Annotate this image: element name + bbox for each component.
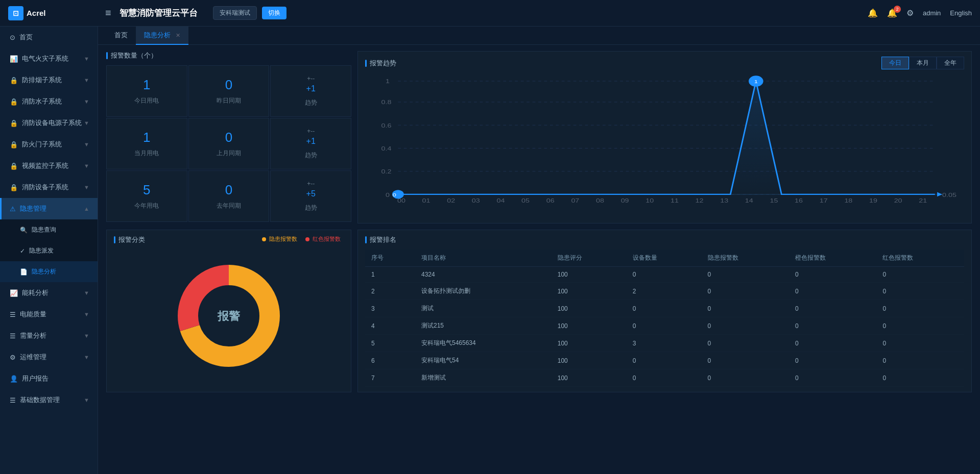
sidebar-label-hd-dispatch: 隐患派发 bbox=[29, 246, 89, 255]
col-devices: 设备数量 bbox=[627, 250, 702, 267]
sidebar-item-fire-door[interactable]: 🔒 防火门子系统 ▼ bbox=[0, 134, 98, 155]
chart-controls: 今日 本月 全年 bbox=[881, 57, 964, 69]
svg-text:0.05: 0.05 bbox=[942, 192, 957, 198]
cell-score: 100 bbox=[552, 335, 627, 352]
sidebar-item-water[interactable]: 🔒 消防水子系统 ▼ bbox=[0, 91, 98, 112]
cell-score: 100 bbox=[552, 300, 627, 317]
btn-month[interactable]: 本月 bbox=[909, 57, 937, 69]
alarm-category-panel: 报警分类 隐患报警数 红色报警数 bbox=[106, 230, 351, 392]
arrow-icon-5: ▼ bbox=[84, 141, 89, 147]
donut-center-text: 报警 bbox=[217, 310, 241, 322]
alarm-count-title: 报警数量（个） bbox=[106, 51, 351, 60]
speaker-icon[interactable]: 🔔 bbox=[868, 8, 878, 18]
stat-card-trend3: +-- +5 趋势 bbox=[270, 170, 351, 222]
ranking-title: 报警排名 bbox=[365, 235, 964, 244]
cell-red-alarms: 0 bbox=[876, 283, 964, 300]
col-name: 项目名称 bbox=[415, 250, 552, 267]
smoke-icon: 🔒 bbox=[10, 77, 18, 84]
alarm-count-panel: 报警数量（个） 1 今日用电 0 昨日同期 +-- bbox=[106, 51, 351, 223]
sidebar-item-power-quality[interactable]: ☰ 电能质量 ▼ bbox=[0, 304, 98, 325]
sidebar-label-base-data: 基础数据管理 bbox=[20, 395, 84, 405]
sidebar-item-hidden-danger[interactable]: ⚠ 隐患管理 ▲ bbox=[0, 198, 98, 219]
sidebar-item-ops[interactable]: ⚙ 运维管理 ▼ bbox=[0, 346, 98, 368]
ranking-table: 序号 项目名称 隐患评分 设备数量 隐患报警数 橙色报警数 红色报警数 1 bbox=[365, 250, 964, 387]
table-row: 7 新增测试 100 0 0 0 0 bbox=[365, 369, 964, 387]
last-year-value: 0 bbox=[225, 182, 232, 198]
sidebar-item-electrical-fire[interactable]: 📊 电气火灾子系统 ▼ bbox=[0, 48, 98, 69]
stat-card-year: 5 今年用电 bbox=[106, 170, 187, 222]
yesterday-value: 0 bbox=[225, 77, 232, 93]
sidebar-label-ops: 运维管理 bbox=[20, 353, 84, 362]
sidebar-item-fire-equip[interactable]: 🔒 消防设备子系统 ▼ bbox=[0, 177, 98, 198]
sidebar-item-hd-query[interactable]: 🔍 隐患查询 bbox=[0, 219, 98, 240]
sidebar-item-user-report[interactable]: 👤 用户报告 bbox=[0, 368, 98, 389]
year-label: 今年用电 bbox=[134, 202, 159, 210]
cell-seq: 1 bbox=[365, 267, 415, 283]
donut-wrapper: 报警 bbox=[114, 250, 344, 382]
cell-orange-alarms: 0 bbox=[789, 369, 876, 387]
cell-score: 100 bbox=[552, 352, 627, 369]
table-row: 2 设备拓扑测试勿删 100 2 0 0 0 bbox=[365, 283, 964, 300]
sidebar-item-cctv[interactable]: 🔒 视频监控子系统 ▼ bbox=[0, 155, 98, 177]
cell-score: 100 bbox=[552, 283, 627, 300]
sidebar-item-home[interactable]: ⊙ 首页 bbox=[0, 27, 98, 48]
sidebar-label-fire-door: 防火门子系统 bbox=[22, 140, 84, 149]
btn-today[interactable]: 今日 bbox=[881, 57, 909, 69]
arrow-icon-12: ▼ bbox=[84, 354, 89, 360]
project-name: 安科瑞测试 bbox=[213, 6, 257, 20]
arrow-icon-4: ▼ bbox=[84, 120, 89, 126]
sidebar-item-smoke[interactable]: 🔒 防排烟子系统 ▼ bbox=[0, 69, 98, 91]
alarm-ranking-panel: 报警排名 序号 项目名称 隐患评分 设备数量 隐患报警数 橙色报警数 红色报 bbox=[357, 230, 972, 392]
arrow-icon: ▼ bbox=[84, 56, 89, 62]
cell-name: 设备拓扑测试勿删 bbox=[415, 283, 552, 300]
stat-card-yesterday: 0 昨日同期 bbox=[188, 65, 270, 117]
btn-year[interactable]: 全年 bbox=[937, 57, 964, 69]
settings-icon[interactable]: ⚙ bbox=[906, 8, 914, 18]
fire-equip-icon: 🔒 bbox=[10, 184, 18, 191]
cell-devices: 3 bbox=[627, 335, 702, 352]
energy-icon: 📈 bbox=[10, 289, 18, 297]
svg-marker-14 bbox=[937, 192, 942, 197]
svg-text:10: 10 bbox=[646, 198, 654, 204]
user-report-icon: 👤 bbox=[10, 375, 18, 383]
sidebar-item-power[interactable]: 🔒 消防设备电源子系统 ▼ bbox=[0, 112, 98, 134]
svg-text:11: 11 bbox=[671, 198, 679, 204]
menu-icon[interactable]: ≡ bbox=[105, 7, 111, 19]
cell-hidden-alarms: 0 bbox=[702, 335, 789, 352]
stat-card-month: 1 当月用电 bbox=[106, 118, 187, 169]
notification-icon[interactable]: 🔔 2 bbox=[887, 8, 897, 18]
svg-text:1: 1 bbox=[754, 79, 758, 84]
svg-text:09: 09 bbox=[621, 198, 629, 204]
tab-close-icon[interactable]: ✕ bbox=[176, 32, 180, 38]
stat-card-last-year: 0 去年同期 bbox=[188, 170, 270, 222]
sidebar-item-demand-analysis[interactable]: ☰ 需量分析 ▼ bbox=[0, 325, 98, 346]
tabs-bar: 首页 隐患分析 ✕ bbox=[98, 27, 980, 45]
sidebar-item-hd-dispatch[interactable]: ✓ 隐患派发 bbox=[0, 240, 98, 261]
cell-name: 新增测试 bbox=[415, 369, 552, 387]
tab-analysis[interactable]: 隐患分析 ✕ bbox=[136, 27, 188, 45]
switch-button[interactable]: 切换 bbox=[262, 7, 286, 19]
main-content: 首页 隐患分析 ✕ 报警数量（个） 1 今 bbox=[98, 27, 980, 474]
cell-devices: 0 bbox=[627, 352, 702, 369]
sidebar-item-base-data[interactable]: ☰ 基础数据管理 ▼ bbox=[0, 389, 98, 411]
table-row: 6 安科瑞电气54 100 0 0 0 0 bbox=[365, 352, 964, 369]
cell-orange-alarms: 0 bbox=[789, 335, 876, 352]
svg-text:20: 20 bbox=[894, 198, 902, 204]
language-label[interactable]: English bbox=[950, 9, 972, 17]
logo-icon: ⊡ bbox=[8, 6, 23, 20]
sidebar-item-hd-analysis[interactable]: 📄 隐患分析 bbox=[0, 261, 98, 282]
tab-home[interactable]: 首页 bbox=[106, 27, 136, 45]
svg-text:04: 04 bbox=[496, 198, 505, 204]
layout: ⊙ 首页 📊 电气火灾子系统 ▼ 🔒 防排烟子系统 ▼ 🔒 消防水子系统 ▼ 🔒… bbox=[0, 27, 980, 474]
sidebar-item-energy-analysis[interactable]: 📈 能耗分析 ▼ bbox=[0, 282, 98, 304]
arrow-icon-7: ▼ bbox=[84, 184, 89, 190]
table-row: 5 安科瑞电气5465634 100 3 0 0 0 bbox=[365, 335, 964, 352]
header: ⊡ Acrel ≡ 智慧消防管理云平台 安科瑞测试 切换 🔔 🔔 2 ⚙ adm… bbox=[0, 0, 980, 27]
legend-red: 红色报警数 bbox=[305, 235, 341, 243]
cell-hidden-alarms: 0 bbox=[702, 283, 789, 300]
cctv-icon: 🔒 bbox=[10, 162, 18, 170]
trend1-value: +1 bbox=[306, 84, 316, 93]
top-row: 报警数量（个） 1 今日用电 0 昨日同期 +-- bbox=[106, 51, 972, 223]
stat-card-trend1: +-- +1 趋势 bbox=[270, 65, 351, 117]
svg-text:05: 05 bbox=[521, 198, 530, 204]
